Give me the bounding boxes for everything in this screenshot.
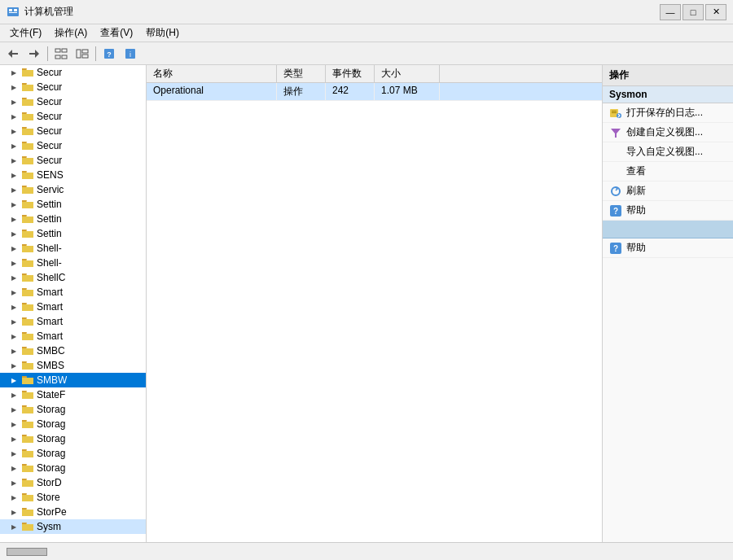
folder-icon [21, 433, 34, 444]
header-size[interactable]: 大小 [375, 65, 440, 82]
maximize-button[interactable]: □ [683, 4, 704, 20]
tree-item[interactable]: ▶ Servic [0, 182, 146, 197]
tree-item[interactable]: ▶ Secur [0, 153, 146, 168]
tree-item[interactable]: ▶ ShellC [0, 270, 146, 285]
tree-expand-arrow[interactable]: ▶ [11, 509, 21, 516]
menu-action[interactable]: 操作(A) [48, 24, 94, 42]
tree-expand-arrow[interactable]: ▶ [11, 289, 21, 296]
tree-item[interactable]: ▶ Storag [0, 446, 146, 461]
tree-item-label: Smart [37, 301, 63, 313]
tree-expand-arrow[interactable]: ▶ [11, 245, 21, 252]
tree-item[interactable]: ▶ Storag [0, 461, 146, 475]
tree-expand-arrow[interactable]: ▶ [11, 216, 21, 223]
settings-button[interactable]: i [121, 45, 140, 63]
tree-item[interactable]: ▶ SMBC [0, 343, 146, 358]
tree-expand-arrow[interactable]: ▶ [11, 450, 21, 457]
tree-item[interactable]: ▶ StorPe [0, 505, 146, 519]
horizontal-scrollbar[interactable] [7, 548, 47, 556]
tree-expand-arrow[interactable]: ▶ [11, 98, 21, 106]
header-events[interactable]: 事件数 [326, 65, 375, 82]
tree-expand-arrow[interactable]: ▶ [11, 523, 21, 531]
tree-item[interactable]: ▶ Secur [0, 124, 146, 138]
action-refresh[interactable]: 刷新 [603, 182, 733, 201]
show-tree-button[interactable] [51, 45, 71, 63]
tree-expand-arrow[interactable]: ▶ [11, 377, 21, 384]
tree-expand-arrow[interactable]: ▶ [11, 333, 21, 340]
tree-expand-arrow[interactable]: ▶ [11, 186, 21, 194]
action-import-custom-view[interactable]: 导入自定义视图... [603, 142, 733, 162]
tree-item[interactable]: ▶ Storag [0, 431, 146, 446]
tree-expand-arrow[interactable]: ▶ [11, 113, 21, 120]
tree-expand-arrow[interactable]: ▶ [11, 479, 21, 487]
menu-file[interactable]: 文件(F) [3, 24, 48, 42]
close-button[interactable]: ✕ [705, 4, 726, 20]
tree-expand-arrow[interactable]: ▶ [11, 392, 21, 399]
action-open-saved-log[interactable]: 打开保存的日志... [603, 103, 733, 123]
header-type[interactable]: 类型 [277, 65, 326, 82]
tree-item[interactable]: ▶ StorD [0, 475, 146, 490]
tree-expand-arrow[interactable]: ▶ [11, 230, 21, 238]
action-help[interactable]: ? 帮助 [603, 201, 733, 221]
tree-item[interactable]: ▶ Settin [0, 212, 146, 226]
tree-item[interactable]: ▶ Secur [0, 109, 146, 124]
tree-item[interactable]: ▶ Shell- [0, 241, 146, 256]
tree-expand-arrow[interactable]: ▶ [11, 435, 21, 443]
tree-item[interactable]: ▶ Smart [0, 300, 146, 314]
tree-item[interactable]: ▶ Settin [0, 197, 146, 212]
help-button[interactable]: ? [99, 45, 119, 63]
tree-item[interactable]: ▶ Sysm [0, 519, 146, 534]
tree-item[interactable]: ▶ Smart [0, 314, 146, 329]
tree-item[interactable]: ▶ SMBS [0, 358, 146, 373]
tree-item[interactable]: ▶ Shell- [0, 256, 146, 270]
tree-item[interactable]: ▶ Storag [0, 417, 146, 431]
tree-item[interactable]: ▶ Settin [0, 226, 146, 241]
action-view[interactable]: 查看 [603, 162, 733, 182]
tree-expand-arrow[interactable]: ▶ [11, 406, 21, 413]
forward-button[interactable] [24, 45, 44, 63]
tree-item[interactable]: ▶ Store [0, 490, 146, 505]
folder-icon [21, 272, 34, 283]
tree-expand-arrow[interactable]: ▶ [11, 128, 21, 135]
tree-expand-arrow[interactable]: ▶ [11, 318, 21, 326]
folder-icon [21, 316, 34, 327]
tree-view-button[interactable] [72, 45, 92, 63]
center-panel: 名称 类型 事件数 大小 Operational 操作 242 1.07 MB [147, 65, 603, 542]
tree-item[interactable]: ▶ Smart [0, 285, 146, 300]
tree-expand-arrow[interactable]: ▶ [11, 157, 21, 164]
tree-item[interactable]: ▶ Secur [0, 65, 146, 80]
tree-expand-arrow[interactable]: ▶ [11, 465, 21, 472]
tree-item[interactable]: ▶ SMBW [0, 373, 146, 387]
tree-expand-arrow[interactable]: ▶ [11, 260, 21, 267]
tree-item[interactable]: ▶ Secur [0, 94, 146, 109]
tree-expand-arrow[interactable]: ▶ [11, 69, 21, 77]
minimize-button[interactable]: — [660, 4, 681, 20]
tree-item[interactable]: ▶ Smart [0, 329, 146, 343]
tree-item[interactable]: ▶ Secur [0, 138, 146, 153]
tree-expand-arrow[interactable]: ▶ [11, 304, 21, 311]
tree-expand-arrow[interactable]: ▶ [11, 421, 21, 428]
refresh-icon [609, 185, 622, 198]
svg-rect-43 [22, 422, 33, 428]
menu-help[interactable]: 帮助(H) [139, 24, 186, 42]
tree-expand-arrow[interactable]: ▶ [11, 142, 21, 150]
tree-expand-arrow[interactable]: ▶ [11, 362, 21, 370]
tree-expand-arrow[interactable]: ▶ [11, 172, 21, 179]
tree-item[interactable]: ▶ Storag [0, 402, 146, 417]
tree-item-label: Secur [37, 125, 62, 137]
back-button[interactable] [3, 45, 23, 63]
header-name[interactable]: 名称 [147, 65, 277, 82]
action-create-custom-view[interactable]: 创建自定义视图... [603, 123, 733, 142]
action-help-2[interactable]: ? 帮助 [603, 238, 733, 258]
tree-item[interactable]: ▶ Secur [0, 80, 146, 94]
tree-item[interactable]: ▶ SENS [0, 168, 146, 182]
table-row[interactable]: Operational 操作 242 1.07 MB [147, 83, 602, 101]
tree-expand-arrow[interactable]: ▶ [11, 274, 21, 282]
menu-view[interactable]: 查看(V) [94, 24, 139, 42]
tree-expand-arrow[interactable]: ▶ [11, 84, 21, 91]
tree-item[interactable]: ▶ StateF [0, 387, 146, 402]
tree-expand-arrow[interactable]: ▶ [11, 348, 21, 355]
svg-text:?: ? [613, 244, 618, 253]
tree-expand-arrow[interactable]: ▶ [11, 201, 21, 208]
import-icon [609, 146, 622, 159]
tree-expand-arrow[interactable]: ▶ [11, 494, 21, 501]
